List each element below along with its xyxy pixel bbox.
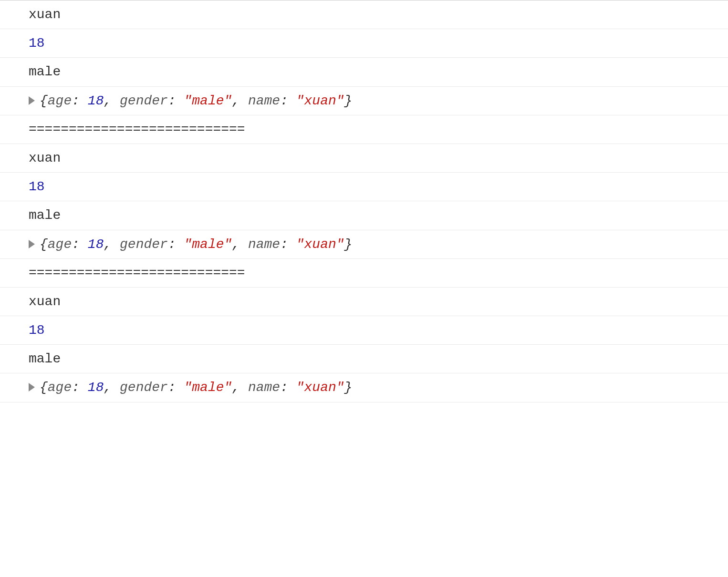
console-log-row: male xyxy=(0,201,728,230)
console-object-preview[interactable]: {age: 18, gender: "male", name: "xuan"} xyxy=(40,380,352,395)
expand-triangle-icon[interactable] xyxy=(29,240,35,248)
object-key: age xyxy=(48,93,72,108)
console-string-value: xuan xyxy=(29,294,61,309)
expand-triangle-icon[interactable] xyxy=(29,383,35,392)
console-object-preview[interactable]: {age: 18, gender: "male", name: "xuan"} xyxy=(40,237,352,252)
object-key: gender xyxy=(120,237,168,252)
console-log-row: male xyxy=(0,58,728,86)
console-string-value: =========================== xyxy=(29,266,245,280)
object-value: "xuan" xyxy=(296,237,344,252)
console-log-row: male xyxy=(0,345,728,373)
console-number-value: 18 xyxy=(29,323,45,338)
console-string-value: male xyxy=(29,208,61,223)
console-object-preview[interactable]: {age: 18, gender: "male", name: "xuan"} xyxy=(40,93,352,108)
object-value: 18 xyxy=(88,93,104,108)
console-number-value: 18 xyxy=(29,179,45,194)
console-log-row: 18 xyxy=(0,29,728,58)
object-key: gender xyxy=(120,380,168,395)
object-value: 18 xyxy=(88,237,104,252)
console-log-row: =========================== xyxy=(0,115,728,144)
object-value: "xuan" xyxy=(296,380,344,395)
object-key: age xyxy=(48,380,72,395)
console-log-row: xuan xyxy=(0,288,728,316)
console-log-row: {age: 18, gender: "male", name: "xuan"} xyxy=(0,373,728,402)
console-log-row: xuan xyxy=(0,0,728,29)
object-value: "male" xyxy=(184,93,232,108)
console-log-row: 18 xyxy=(0,173,728,201)
object-key: age xyxy=(48,237,72,252)
console-log-row: xuan xyxy=(0,144,728,173)
object-key: name xyxy=(248,93,280,108)
console-string-value: xuan xyxy=(29,7,61,22)
console-string-value: =========================== xyxy=(29,122,245,137)
console-output: xuan18male{age: 18, gender: "male", name… xyxy=(0,0,728,402)
object-value: "xuan" xyxy=(296,93,344,108)
console-number-value: 18 xyxy=(29,36,45,51)
object-value: "male" xyxy=(184,380,232,395)
console-string-value: xuan xyxy=(29,151,61,165)
object-key: gender xyxy=(120,93,168,108)
console-string-value: male xyxy=(29,64,61,79)
console-string-value: male xyxy=(29,351,61,366)
object-key: name xyxy=(248,380,280,395)
console-log-row: {age: 18, gender: "male", name: "xuan"} xyxy=(0,230,728,259)
object-value: 18 xyxy=(88,380,104,395)
console-log-row: =========================== xyxy=(0,259,728,288)
console-log-row: 18 xyxy=(0,316,728,345)
console-log-row: {age: 18, gender: "male", name: "xuan"} xyxy=(0,87,728,115)
object-key: name xyxy=(248,237,280,252)
object-value: "male" xyxy=(184,237,232,252)
expand-triangle-icon[interactable] xyxy=(29,96,35,105)
